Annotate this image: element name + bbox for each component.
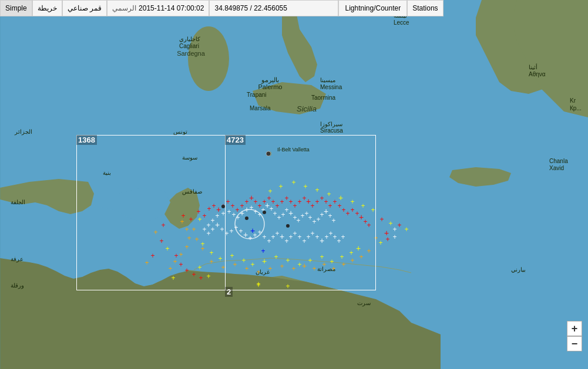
simple-button[interactable]: Simple (0, 0, 32, 16)
datetime-display: الرسمي 2015-11-14 07:00:02 (107, 0, 209, 16)
coords-display: 34.849875 / 22.456055 (209, 0, 338, 16)
svg-text:Messina: Messina (320, 84, 342, 90)
lightning-label: Lightning/Counter (345, 4, 401, 12)
stations-label: Stations (412, 4, 438, 12)
svg-point-2 (267, 151, 271, 156)
svg-text:بنية: بنية (103, 170, 111, 176)
svg-text:تونس: تونس (173, 128, 187, 136)
datetime-value: 2015-11-14 07:00:02 (139, 4, 204, 12)
svg-text:سوسة: سوسة (182, 154, 197, 161)
svg-text:غريان: غريان (256, 269, 270, 276)
map-container[interactable]: Sardegna باليرمو Palermo Trapani Marsala… (0, 0, 588, 369)
lightning-tab[interactable]: Lightning/Counter (338, 0, 407, 16)
svg-text:الجزائر: الجزائر (14, 128, 32, 136)
datetime-label: الرسمي (112, 4, 136, 12)
svg-text:Αθηνα: Αθηνα (529, 71, 546, 77)
counter-4723: 4723 (225, 135, 246, 145)
svg-text:Кр...: Кр... (570, 105, 582, 111)
svg-text:ميسينا: ميسينا (320, 77, 335, 83)
svg-text:Marsala: Marsala (250, 105, 271, 111)
svg-text:Trapani: Trapani (247, 92, 267, 98)
counter-2: 2 (225, 287, 233, 297)
svg-text:بيارني: بيارني (511, 266, 526, 273)
svg-text:Chanla: Chanla (549, 158, 568, 164)
satellite-button[interactable]: قمر صناعي (62, 0, 107, 16)
map-button[interactable]: خريطة (32, 0, 62, 16)
svg-text:Siracusa: Siracusa (320, 127, 343, 134)
counter-1368: 1368 (76, 135, 97, 145)
svg-text:ورقلة: ورقلة (11, 282, 24, 289)
svg-text:Sardegna: Sardegna (177, 50, 206, 57)
svg-text:Palermo: Palermo (258, 83, 283, 90)
zoom-in-button[interactable]: + (567, 321, 582, 336)
svg-text:أثينا: أثينا (529, 63, 537, 70)
svg-text:Il-Belt Valletta: Il-Belt Valletta (277, 147, 310, 153)
coords-value: 34.849875 / 22.456055 (214, 4, 287, 12)
stations-tab[interactable]: Stations (407, 0, 443, 16)
svg-text:Taormina: Taormina (311, 94, 336, 101)
svg-text:صفاقس: صفاقس (182, 188, 202, 195)
toolbar: Simple خريطة قمر صناعي الرسمي 2015-11-14… (0, 0, 588, 16)
svg-text:سرت: سرت (357, 300, 371, 307)
svg-text:الجلفة: الجلفة (11, 199, 25, 205)
map-background: Sardegna باليرمو Palermo Trapani Marsala… (0, 0, 588, 369)
svg-text:مصراتة: مصراتة (317, 266, 335, 273)
svg-text:كاجلياري: كاجلياري (179, 36, 200, 43)
svg-text:Cagliari: Cagliari (179, 43, 199, 49)
svg-text:Xavid: Xavid (549, 165, 564, 171)
zoom-controls: + − (567, 321, 582, 351)
svg-text:Lecce: Lecce (394, 19, 409, 26)
svg-text:Sicilia: Sicilia (297, 104, 317, 113)
svg-text:Kr: Kr (570, 97, 576, 104)
zoom-out-button[interactable]: − (567, 336, 582, 351)
svg-text:عرفة: عرفة (11, 256, 23, 263)
